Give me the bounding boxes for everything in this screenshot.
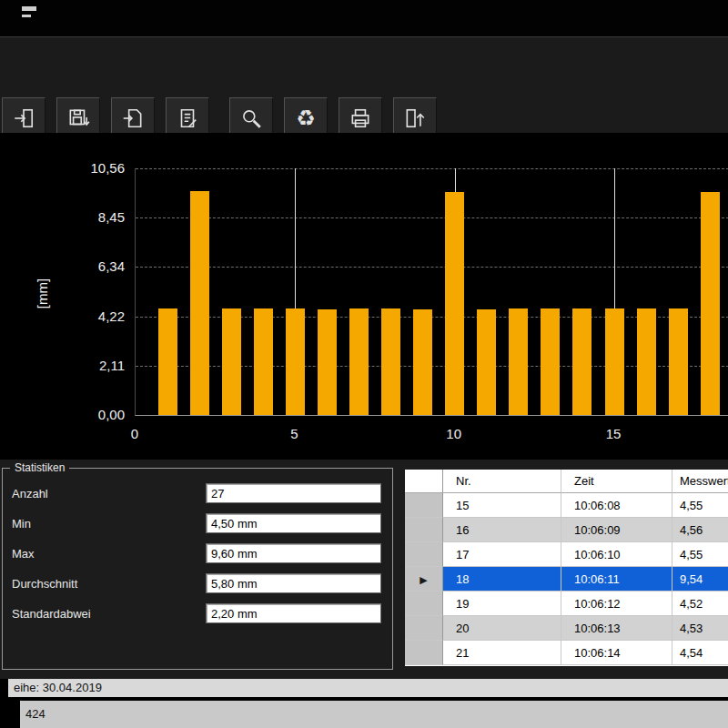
table-row[interactable]: 1710:06:104,55 [405, 542, 728, 567]
measurement-table: Nr.ZeitMesswert1510:06:084,551610:06:094… [405, 470, 728, 666]
chart-bar [541, 308, 560, 415]
table-row[interactable]: 1510:06:084,55 [405, 493, 728, 518]
y-axis-tick: 10,56 [50, 160, 125, 176]
statusbar-series: eihe: 30.04.2019 [0, 679, 728, 697]
cell-messwert: 4,54 [672, 641, 728, 665]
cell-nr: 18 [443, 567, 561, 592]
stat-row: Durchschnitt [3, 573, 392, 595]
titlebar [0, 0, 728, 36]
chart-bar [669, 308, 688, 415]
stat-row: Min [3, 513, 392, 535]
chart-bar [318, 309, 337, 416]
table-row[interactable]: ▶1810:06:119,54 [405, 567, 728, 592]
cell-nr: 15 [443, 493, 561, 518]
statusbar-chip [0, 701, 20, 728]
chart-y-axis-label: [mm] [35, 278, 50, 308]
row-selector-cell [405, 493, 443, 518]
y-axis-tick: 6,34 [50, 258, 125, 274]
chart-bar [286, 308, 305, 415]
table-row[interactable]: 1610:06:094,56 [405, 518, 728, 542]
cell-messwert: 4,52 [672, 592, 728, 616]
cell-nr: 21 [443, 641, 561, 665]
gridline-horizontal [136, 267, 728, 268]
chart-bar [572, 308, 592, 415]
cell-zeit: 10:06:11 [561, 567, 672, 592]
stat-standardabwei-input[interactable] [206, 603, 381, 623]
cell-messwert: 4,55 [672, 542, 728, 567]
cell-messwert: 4,53 [672, 616, 728, 641]
bottom-panel: Statistiken AnzahlMinMaxDurchschnittStan… [0, 460, 728, 679]
chart-bar [637, 308, 656, 415]
x-axis-tick: 15 [595, 426, 632, 441]
stat-label: Standardabwei [12, 603, 91, 625]
stat-label: Durchschnitt [12, 573, 77, 595]
stat-row: Max [3, 543, 392, 565]
chart-bar [477, 309, 496, 416]
table-header-row: Nr.ZeitMesswert [405, 470, 728, 493]
chart: [mm] 0,002,114,226,348,4510,56051015 [0, 133, 728, 460]
exit-icon [403, 106, 427, 130]
row-selector-cell [405, 592, 443, 616]
statusbar-counter: 424 [20, 701, 46, 728]
x-axis-tick: 10 [436, 426, 472, 441]
table-row[interactable]: 1910:06:124,52 [405, 592, 728, 616]
toolbar: ♻ DATEN GRAFIK [0, 36, 728, 134]
save-icon [66, 106, 90, 130]
row-selector-cell [405, 542, 443, 567]
current-row-arrow-icon: ▶ [420, 574, 427, 585]
chart-bar [222, 308, 241, 415]
cell-zeit: 10:06:13 [561, 616, 672, 641]
cell-nr: 19 [443, 592, 561, 616]
cell-nr: 16 [443, 518, 561, 542]
cell-zeit: 10:06:08 [561, 493, 672, 518]
statistics-title: Statistiken [10, 461, 69, 474]
chart-bar [605, 308, 624, 415]
stat-label: Min [12, 513, 31, 535]
report-icon [176, 106, 199, 130]
chart-bar [158, 308, 177, 415]
chart-bar [413, 309, 432, 415]
statusbar-bottom: 424 [0, 701, 728, 728]
chart-bar [349, 308, 369, 415]
refresh-icon: ♻ [296, 107, 316, 129]
y-axis-tick: 8,45 [50, 209, 125, 225]
gridline-horizontal [136, 217, 728, 218]
row-selector-cell [405, 641, 443, 665]
stat-row: Anzahl [3, 483, 392, 505]
statistics-panel: Statistiken AnzahlMinMaxDurchschnittStan… [2, 468, 393, 670]
cell-zeit: 10:06:10 [561, 542, 672, 567]
chart-bar [190, 191, 209, 415]
stat-min-input[interactable] [206, 513, 381, 533]
stat-max-input[interactable] [206, 543, 381, 563]
cell-zeit: 10:06:09 [561, 518, 672, 542]
cell-nr: 17 [443, 542, 561, 567]
window-title-fragment [22, 15, 31, 17]
y-axis-tick: 2,11 [50, 358, 125, 373]
table-row[interactable]: 2110:06:144,54 [405, 641, 728, 665]
column-header[interactable]: Zeit [561, 470, 672, 493]
export-icon [121, 106, 145, 130]
cell-zeit: 10:06:14 [561, 641, 672, 665]
row-selector-header [405, 470, 443, 493]
table-row[interactable]: 2010:06:134,53 [405, 616, 728, 641]
zoom-icon [239, 106, 263, 130]
open-icon [12, 106, 35, 130]
chart-bar [381, 308, 400, 415]
cell-nr: 20 [443, 616, 561, 641]
gridline-horizontal [136, 168, 728, 169]
column-header[interactable]: Nr. [443, 470, 561, 493]
y-axis-tick: 4,22 [50, 308, 125, 324]
stat-anzahl-input[interactable] [206, 483, 381, 503]
stat-label: Anzahl [12, 483, 48, 505]
stat-durchschnitt-input[interactable] [206, 573, 381, 593]
x-axis-tick: 5 [276, 426, 312, 441]
stat-row: Standardabwei [3, 603, 392, 625]
column-header[interactable]: Messwert [672, 470, 728, 493]
row-selector-cell: ▶ [405, 567, 443, 592]
y-axis-tick: 0,00 [50, 407, 125, 422]
x-axis-tick: 0 [116, 426, 153, 441]
row-selector-cell [405, 518, 443, 542]
chart-bar [509, 308, 528, 415]
chart-plot-area [135, 168, 728, 416]
stat-label: Max [12, 543, 35, 565]
